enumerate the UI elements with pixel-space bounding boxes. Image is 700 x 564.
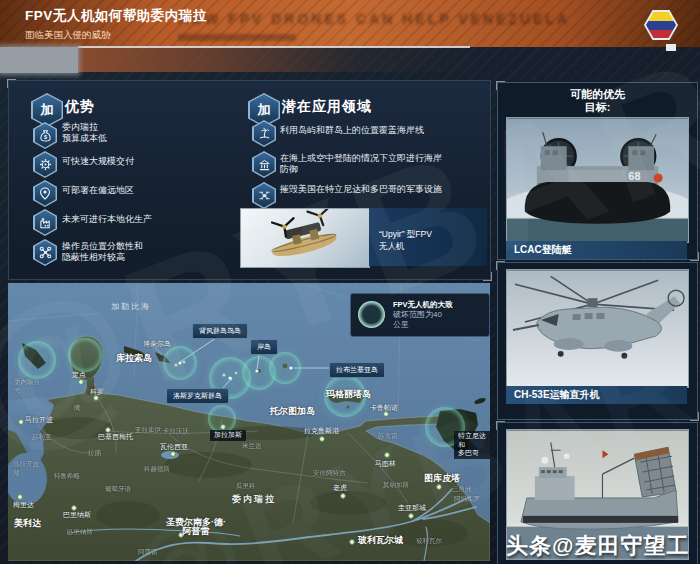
map-legend: FPV无人机的大致 破坏范围为40 公里 [350,293,490,337]
helicopter-card: CH-53E运输直升机 [497,262,698,420]
map-label: 亚拉库伊 [135,426,161,435]
plus-badge-icon: 加 [33,95,62,126]
map-label: 马拉开波 [25,416,53,425]
map-label: 马拉开波 湖 [13,460,39,477]
map-label: 圣费尔南多·德· 阿普雷 [166,518,226,535]
map-label: 苏克雷 [378,432,398,441]
fpv-drone-caption-box: “Upyir” 型FPV 无人机 [369,208,487,266]
map-label: 巴基西梅托 [98,433,133,442]
map-callout: 背风群岛鸟岛 [192,323,248,339]
fpv-drone-photo [240,208,370,268]
map-label: 玻利瓦尔 [416,537,442,546]
map-label: 拉腊 [88,449,101,458]
map-label: 葡萄牙语 [105,485,131,494]
application-item: 摧毁美国在特立尼达和多巴哥的军事设施 [280,184,490,195]
map-label: 巴里纳斯 [67,528,93,537]
map-label: 加拉加斯 [210,430,246,441]
map-label: 瓜里科 [236,482,256,491]
range-ring [208,405,236,433]
lcac-photo: 68 [506,117,689,243]
location-pin-icon [33,180,57,207]
map-label: 卡鲁帕诺 [370,404,398,413]
map-label: 卡拉沃沃 [163,427,189,436]
targets-title: 可能的优先 目标: [498,88,697,114]
advantage-item: 未来可进行本地化生产 [62,214,242,225]
venezuela-map: FPV无人机的大致 破坏范围为40 公里 背风群岛鸟岛 岸岛 拉布兰基亚岛 洛斯… [8,283,490,561]
map-label: 阿玛库罗 [454,495,480,504]
target-caption: LCAC登陆艇 [506,241,687,259]
map-callout: 拉布兰基亚岛 [329,362,385,378]
money-bag-icon: $ [33,122,57,149]
map-label: 委内瑞拉 [232,495,276,504]
map-label: 苏利亚 [32,433,52,442]
map-label: 博奈尔岛 [143,340,171,349]
map-label: 科罗 [90,388,104,397]
blurred-box [0,47,78,73]
hull-number: 68 [628,170,640,182]
infographic-root: HOW FPV DRONES CAN HELP VENEZUELA FPV无人机… [0,0,700,564]
range-ring-icon [358,301,385,328]
map-label: 瓦伦西亚 [160,443,188,452]
page-subtitle: 面临美国入侵的威胁 [25,29,111,42]
map-label: 托尔图加岛 [270,407,315,416]
fpv-drone-illustration [241,209,369,267]
map-label: 定点 [72,371,86,380]
advantages-badge: 加 [31,93,63,127]
map-label: 三角洲 [452,485,472,494]
advantage-item: 操作员位置分散性和 隐蔽性相对较高 [62,241,232,263]
applications-title: 潜在应用领域 [282,98,372,116]
map-label: 玻利瓦尔城 [358,536,403,545]
header-ghost-line2 [178,34,296,41]
targets-panel: 可能的优先 目标: 68 [497,82,698,260]
fpv-drone-caption: “Upyir” 型FPV 无人机 [379,228,432,252]
legend-text: 破坏范围为40 公里 [393,310,442,330]
map-label: 鹰 [74,404,81,413]
map-label: 莫纳加斯 [383,481,409,490]
application-item: 在海上或空中登陆的情况下立即进行海岸 防御 [280,153,490,175]
advantage-item: 可快速大规模交付 [62,156,232,167]
advantage-item: 可部署在偏远地区 [62,185,232,196]
map-label: 阿普雷 [138,548,158,557]
advantages-title: 优势 [65,98,95,116]
map-label: 巴里纳斯 [63,511,91,520]
map-label: 安佐阿特吉 [313,469,346,478]
gear-icon [33,151,57,178]
strike-drone-icon [252,182,276,209]
factory-icon [33,209,57,236]
svg-text:$: $ [43,134,47,140]
map-label: 特鲁希略 [54,472,80,481]
island-palm-icon [252,120,276,147]
header-divider [78,46,470,48]
government-building-icon [252,151,276,178]
legend-title: FPV无人机的大致 [393,300,453,310]
header-bar: HOW FPV DRONES CAN HELP VENEZUELA FPV无人机… [0,0,700,47]
map-label: 马图林 [375,460,396,469]
application-item: 利用岛屿和群岛上的位置覆盖海岸线 [280,125,480,136]
header-end-marker [666,44,676,51]
map-label: 库拉索岛 [116,354,152,363]
map-callout: 岸岛 [250,339,278,355]
map-label: 美利达 [14,519,41,528]
map-label: 梅里达 [13,501,34,510]
drone-icon [33,239,57,266]
map-label: 科赫德斯 [144,465,170,474]
advantage-item: 委内瑞拉 预算成本低 [62,122,212,144]
target-caption: CH-53E运输直升机 [506,386,687,404]
page-title: FPV无人机如何帮助委内瑞拉 [25,7,207,25]
toutiao-watermark: 头条@麦田守望工场 [506,531,700,564]
map-label: 圭亚那城 [398,504,426,513]
map-label: 特立尼达和 多巴哥 [454,431,490,459]
range-ring [18,341,56,379]
map-label: 玛格丽塔岛 [326,390,371,399]
map-label: 委内瑞拉 湾 [14,378,40,395]
map-callout: 洛斯罗克斯群岛 [166,388,229,404]
range-ring [68,338,102,372]
range-ring [163,346,197,380]
map-label: 拉克鲁斯港 [304,427,339,436]
range-ring [269,352,301,384]
ch53e-photo [506,269,689,388]
map-label: 米兰达 [242,442,262,451]
map-label: 图库皮塔 [424,474,460,483]
map-label: 加勒比海 [111,303,151,312]
map-label: 老虎 [333,484,347,493]
